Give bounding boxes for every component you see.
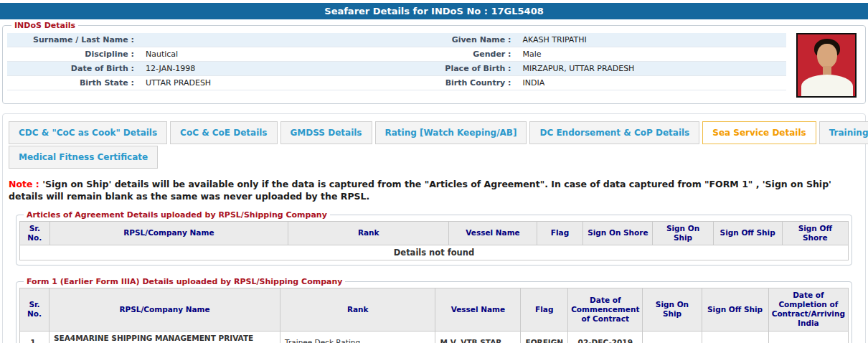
date-of-birth-label: Date of Birth : [7,64,140,73]
place-of-birth-value: MIRZAPUR, UTTAR PRADESH [517,64,787,73]
indos-details-legend: INDoS Details [11,21,78,30]
form1-header-row: Sr. No. RPSL/Company Name Rank Vessel Na… [20,288,849,332]
discipline-value: Nautical [140,50,410,59]
details-not-found-message: Details not found [20,245,849,260]
form1-legend: Form 1 (Earlier Form IIIA) Details uploa… [24,277,345,286]
tab-coc-coe-details[interactable]: CoC & CoE Details [170,121,277,144]
birth-state-label: Birth State : [7,78,140,88]
form1-cell-company: SEA4MARINE SHIPPING MANAGEMENT PRIVATE L… [49,331,280,343]
tab-sea-service-details[interactable]: Sea Service Details [702,121,816,144]
tab-rating-watch-keeping-ab[interactable]: Rating [Watch Keeping/AB] [375,121,527,144]
gender-label: Gender : [410,50,517,59]
form1-data-row: 1. SEA4MARINE SHIPPING MANAGEMENT PRIVAT… [20,331,849,343]
date-of-birth-value: 12-JAN-1998 [140,64,410,73]
form1-cell-completion-date [768,331,848,343]
sign-on-ship-note: Note : 'Sign on Ship' details will be av… [9,179,834,203]
articles-col-company: RPSL/Company Name [49,221,288,245]
detail-row-surname: Surname / Last Name : Given Name : AKASH… [7,33,786,47]
articles-of-agreement-fieldset: Articles of Agreement Details uploaded b… [16,210,852,266]
articles-col-sign-off-shore: Sign Off Shore [782,221,848,245]
indos-details-fieldset: INDoS Details Surname / Last Name : Give… [2,21,866,104]
given-name-value: AKASH TRIPATHI [517,35,787,44]
form1-cell-flag: FOREIGN [521,331,568,343]
tab-medical-fitness-certificate[interactable]: Medical Fitness Certificate [9,146,158,169]
articles-of-agreement-table: Sr. No. RPSL/Company Name Rank Vessel Na… [19,221,849,260]
articles-col-sign-on-shore: Sign On Shore [583,221,653,245]
form1-col-rank: Rank [280,288,435,332]
seafarer-photo [796,33,857,98]
form1-fieldset: Form 1 (Earlier Form IIIA) Details uploa… [16,277,852,343]
tabs-row-1: CDC & "CoC as Cook" Details CoC & CoE De… [9,121,859,144]
form1-cell-sign-on-ship [643,331,702,343]
form1-cell-commencement-date: 02-DEC-2019 [568,331,643,343]
tab-gmdss-details[interactable]: GMDSS Details [280,121,372,144]
articles-col-vessel: Vessel Name [449,221,537,245]
form1-col-sign-off-ship: Sign Off Ship [702,288,768,332]
form1-col-company: RPSL/Company Name [49,288,280,332]
articles-col-flag: Flag [537,221,583,245]
birth-state-value: UTTAR PRADESH [140,78,410,88]
details-grid: Surname / Last Name : Given Name : AKASH… [7,33,786,90]
note-prefix: Note : [9,179,39,189]
form1-cell-rank: Trainee Deck Rating [280,331,435,343]
tab-cdc-coc-as-cook-details[interactable]: CDC & "CoC as Cook" Details [9,121,167,144]
photo-face-shape [817,44,837,68]
tab-training-details[interactable]: Training Details [819,121,868,144]
articles-of-agreement-legend: Articles of Agreement Details uploaded b… [24,210,330,220]
form1-table: Sr. No. RPSL/Company Name Rank Vessel Na… [19,288,849,343]
form1-col-sign-on-ship: Sign On Ship [643,288,702,332]
photo-neck-shape [823,66,831,75]
tabs-row-2: Medical Fitness Certificate [9,146,859,169]
sea-service-panel: CDC & "CoC as Cook" Details CoC & CoE De… [2,113,866,343]
birth-country-label: Birth Country : [410,78,517,88]
detail-row-discipline: Discipline : Nautical Gender : Male [7,47,786,62]
detail-row-birth-state: Birth State : UTTAR PRADESH Birth Countr… [7,76,786,90]
form1-col-flag: Flag [521,288,568,332]
articles-col-sr-no: Sr. No. [20,221,50,245]
articles-empty-row: Details not found [20,245,849,260]
form1-col-vessel: Vessel Name [435,288,521,332]
articles-col-sign-on-ship: Sign On Ship [653,221,713,245]
form1-cell-vessel: M.V. VTB STAR [435,331,521,343]
form1-col-sr-no: Sr. No. [20,288,49,332]
articles-col-rank: Rank [288,221,449,245]
page-title: Seafarer Details for INDoS No : 17GL5408 [0,3,868,19]
form1-col-commencement-date: Date of Commencement of Contract [568,288,643,332]
tab-dc-endorsement-cop-details[interactable]: DC Endorsement & CoP Details [529,121,699,144]
form1-cell-sr-no: 1. [20,331,49,343]
surname-label: Surname / Last Name : [7,35,140,44]
articles-header-row: Sr. No. RPSL/Company Name Rank Vessel Na… [20,221,849,245]
place-of-birth-label: Place of Birth : [410,64,517,73]
photo-shirt-shape [801,75,853,98]
articles-col-sign-off-ship: Sign Off Ship [713,221,782,245]
given-name-label: Given Name : [410,35,517,44]
gender-value: Male [517,50,787,59]
detail-row-birth-date: Date of Birth : 12-JAN-1998 Place of Bir… [7,62,786,76]
birth-country-value: INDIA [517,78,787,88]
discipline-label: Discipline : [7,50,140,59]
form1-col-completion-date: Date of Completion of Contract/Arriving … [768,288,848,332]
note-text: 'Sign on Ship' details will be available… [9,179,831,202]
form1-cell-sign-off-ship [702,331,768,343]
